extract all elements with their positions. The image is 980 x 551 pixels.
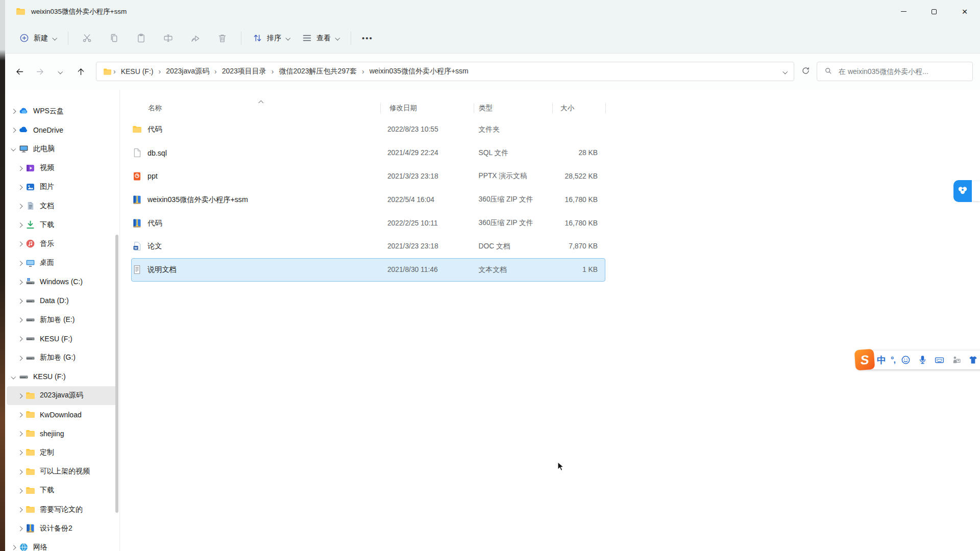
refresh-button[interactable] — [796, 62, 815, 81]
sidebar-item[interactable]: 下载 — [7, 481, 118, 500]
back-button[interactable] — [10, 62, 29, 81]
chevron-right-icon[interactable] — [17, 412, 22, 417]
sidebar-item[interactable]: 图片 — [7, 178, 118, 196]
file-row[interactable]: 说明文档 2021/8/30 11:46 文本文档 1 KB — [131, 258, 605, 282]
column-separator[interactable] — [552, 103, 553, 113]
ime-mic-button[interactable] — [917, 354, 929, 367]
file-row[interactable]: db.sql 2021/4/29 22:24 SQL 文件 28 KB — [131, 141, 605, 165]
chevron-right-icon[interactable] — [17, 431, 22, 436]
breadcrumb-item[interactable]: 2023java源码 — [162, 67, 213, 76]
column-separator[interactable] — [380, 103, 381, 113]
sidebar-item[interactable]: 视频 — [7, 159, 118, 178]
sidebar-item[interactable]: shejiing — [7, 424, 118, 443]
breadcrumb-item[interactable]: 微信2023解压包共297套 — [275, 67, 361, 76]
chevron-right-icon[interactable] — [17, 260, 22, 265]
chevron-right-icon[interactable] — [17, 222, 22, 228]
chevron-right-icon[interactable] — [17, 241, 22, 246]
breadcrumb-item[interactable]: KESU (F:) — [117, 67, 158, 76]
sogou-logo-icon[interactable]: S — [854, 349, 875, 371]
delete-button[interactable] — [212, 29, 232, 47]
new-button[interactable]: 新建 — [13, 29, 63, 47]
chevron-right-icon[interactable] — [17, 526, 22, 531]
ime-emoji-button[interactable] — [900, 354, 912, 367]
column-header-type[interactable]: 类型 — [474, 104, 552, 113]
sidebar-item[interactable]: 网络 — [7, 538, 118, 551]
sidebar-item[interactable]: 需要写论文的 — [7, 500, 118, 519]
chevron-right-icon[interactable] — [17, 204, 22, 209]
column-header-name[interactable]: 名称 — [120, 104, 380, 113]
chevron-right-icon[interactable] — [17, 317, 22, 322]
chevron-right-icon[interactable] — [17, 469, 22, 474]
sidebar-item[interactable]: 2023java源码 — [7, 386, 118, 405]
column-separator[interactable] — [605, 103, 606, 113]
ime-punctuation-button[interactable]: °, — [891, 354, 895, 367]
sidebar-item[interactable]: 音乐 — [7, 234, 118, 253]
maximize-button[interactable] — [919, 0, 949, 23]
column-header-date[interactable]: 修改日期 — [380, 104, 474, 113]
baidu-netdisk-button[interactable] — [953, 180, 972, 202]
chevron-right-icon[interactable] — [11, 545, 16, 550]
sidebar-item[interactable]: 此电脑 — [7, 139, 118, 158]
sidebar-item[interactable]: 桌面 — [7, 254, 118, 272]
chevron-right-icon[interactable] — [17, 355, 22, 360]
address-dropdown-chevron-icon[interactable] — [782, 69, 788, 74]
file-row[interactable]: W论文 2021/3/23 23:18 DOC 文档 7,870 KB — [131, 235, 605, 258]
file-row[interactable]: 代码 2022/8/23 10:55 文件夹 — [131, 118, 605, 141]
rename-button[interactable] — [158, 29, 178, 47]
search-input[interactable] — [838, 67, 966, 76]
file-row[interactable]: 代码 2022/2/25 10:11 360压缩 ZIP 文件 16,780 K… — [131, 211, 605, 235]
chevron-right-icon[interactable] — [17, 279, 22, 284]
file-row[interactable]: ppt 2021/3/23 23:18 PPTX 演示文稿 28,522 KB — [131, 165, 605, 188]
sidebar-item[interactable]: 下载 — [7, 215, 118, 234]
ime-skin-button[interactable] — [967, 354, 979, 367]
chevron-right-icon[interactable] — [17, 336, 22, 341]
close-button[interactable]: × — [949, 0, 980, 23]
share-button[interactable] — [185, 29, 205, 47]
chevron-right-icon[interactable] — [17, 393, 22, 398]
file-row[interactable]: weixin035微信外卖小程序+ssm 2022/5/4 16:04 360压… — [131, 188, 605, 211]
minimize-button[interactable] — [888, 0, 919, 23]
chevron-down-icon[interactable] — [11, 146, 16, 152]
search-box[interactable] — [817, 62, 973, 81]
up-button[interactable] — [71, 62, 90, 81]
more-options-button[interactable]: ••• — [356, 30, 379, 46]
column-header-size[interactable]: 大小 — [552, 104, 605, 113]
chevron-right-icon[interactable] — [11, 109, 16, 114]
chevron-right-icon[interactable] — [11, 128, 16, 133]
ime-toolbox-button[interactable] — [950, 354, 963, 367]
view-button[interactable]: 查看 — [296, 29, 346, 47]
column-separator[interactable] — [474, 103, 474, 113]
paste-button[interactable] — [131, 29, 151, 47]
chevron-right-icon[interactable] — [17, 298, 22, 303]
chevron-right-icon[interactable] — [17, 450, 22, 455]
history-dropdown-button[interactable] — [51, 62, 69, 81]
sidebar-item[interactable]: WPS云盘 — [7, 102, 118, 120]
breadcrumb-item[interactable]: 2023项目目录 — [218, 67, 271, 76]
chevron-down-icon[interactable] — [11, 374, 16, 379]
sidebar-item[interactable]: Windows (C:) — [7, 272, 118, 291]
chevron-right-icon[interactable] — [17, 165, 22, 170]
sidebar-item[interactable]: 定制 — [7, 443, 118, 462]
sidebar-item[interactable]: 新加卷 (G:) — [7, 348, 118, 367]
copy-button[interactable] — [104, 29, 124, 47]
ime-chinese-mode-button[interactable]: 中 — [877, 354, 886, 367]
cut-button[interactable] — [77, 29, 97, 47]
sidebar-item[interactable]: 文档 — [7, 196, 118, 215]
sidebar-item[interactable]: 设计备份2 — [7, 519, 118, 538]
forward-button[interactable] — [31, 62, 49, 81]
sidebar-item[interactable]: KESU (F:) — [7, 329, 118, 348]
chevron-right-icon[interactable] — [17, 488, 22, 493]
address-bar[interactable]: ›KESU (F:)›2023java源码›2023项目目录›微信2023解压包… — [96, 62, 794, 81]
chevron-right-icon[interactable] — [17, 507, 22, 512]
sidebar-item[interactable]: KwDownload — [7, 405, 118, 424]
sidebar-item[interactable]: 新加卷 (E:) — [7, 310, 118, 329]
ime-keyboard-button[interactable] — [934, 354, 946, 367]
sidebar-item[interactable]: Data (D:) — [7, 291, 118, 310]
sidebar-scrollbar-thumb[interactable] — [115, 235, 118, 513]
sort-button[interactable]: 排序 — [247, 29, 296, 47]
chevron-right-icon[interactable] — [17, 184, 22, 189]
sidebar-item[interactable]: KESU (F:) — [7, 367, 118, 386]
breadcrumb-item[interactable]: weixin035微信外卖小程序+ssm — [365, 67, 473, 76]
sidebar-item[interactable]: OneDrive — [7, 120, 118, 139]
sidebar-item[interactable]: 可以上架的视频 — [7, 462, 118, 481]
